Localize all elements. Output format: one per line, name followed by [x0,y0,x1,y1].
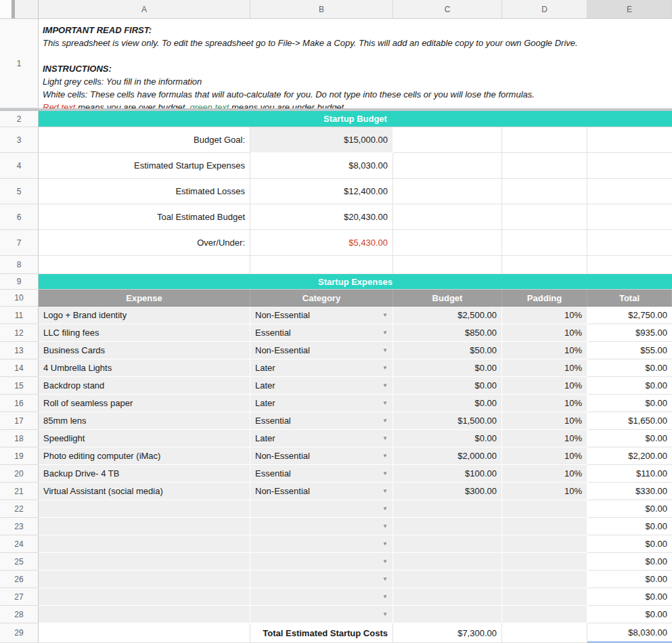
grand-total-cell[interactable]: $8,030.00 [587,623,672,643]
row-header[interactable]: 15 [0,377,39,395]
empty-cell[interactable] [502,623,587,643]
column-header-e[interactable]: E [587,0,672,19]
total-cell[interactable]: $0.00 [587,606,672,623]
category-column-header[interactable]: Category [250,290,393,307]
row-header[interactable]: 24 [0,535,39,553]
total-budget-sum-cell[interactable]: $7,300.00 [393,623,502,643]
row-header[interactable]: 29 [0,623,39,643]
row-header[interactable]: 2 [0,111,39,127]
padding-cell[interactable]: 10% [502,395,587,412]
empty-cell[interactable] [502,127,587,153]
row-header[interactable]: 28 [0,606,39,623]
budget-cell[interactable] [393,535,502,553]
padding-cell[interactable] [502,571,587,588]
row-header[interactable]: 18 [0,430,39,447]
row-header[interactable]: 13 [0,342,39,359]
budget-cell[interactable]: $300.00 [393,483,502,500]
expense-cell[interactable] [39,535,250,553]
row-header[interactable]: 1 [0,19,39,108]
row-header[interactable]: 9 [0,274,39,290]
category-cell[interactable]: Essential▼ [250,324,393,342]
dropdown-arrow-icon[interactable]: ▼ [380,576,388,582]
total-cell[interactable]: $1,650.00 [587,412,672,430]
row-header[interactable]: 11 [0,307,39,324]
padding-cell[interactable]: 10% [502,465,587,483]
dropdown-arrow-icon[interactable]: ▼ [380,488,388,494]
budget-cell[interactable]: $0.00 [393,359,502,377]
category-cell[interactable]: Later▼ [250,377,393,395]
budget-cell[interactable]: $1,500.00 [393,412,502,430]
expense-cell[interactable]: Logo + Brand identity [39,307,250,324]
expense-column-header[interactable]: Expense [39,290,250,307]
category-cell[interactable]: Non-Essential▼ [250,447,393,465]
row-header[interactable]: 21 [0,483,39,500]
row-header[interactable]: 17 [0,412,39,430]
dropdown-arrow-icon[interactable]: ▼ [380,347,388,353]
empty-cell[interactable] [587,230,672,256]
estimated-losses-value-cell[interactable]: $12,400.00 [250,179,393,204]
padding-cell[interactable]: 10% [502,359,587,377]
expense-cell[interactable] [39,518,250,535]
budget-cell[interactable]: $100.00 [393,465,502,483]
column-header-a[interactable]: A [39,0,250,19]
category-cell[interactable]: Later▼ [250,359,393,377]
startup-expenses-title-bar[interactable]: Startup Expenses [39,274,672,290]
category-cell[interactable]: ▼ [250,571,393,588]
empty-cell[interactable] [587,179,672,204]
dropdown-arrow-icon[interactable]: ▼ [380,418,388,424]
empty-cell[interactable] [393,230,502,256]
expense-cell[interactable]: Photo editing computer (iMac) [39,447,250,465]
row-header[interactable]: 23 [0,518,39,535]
total-budget-label-cell[interactable]: Toal Estimated Budget [39,204,250,230]
dropdown-arrow-icon[interactable]: ▼ [380,558,388,564]
total-cell[interactable]: $55.00 [587,342,672,359]
row-header[interactable]: 27 [0,588,39,606]
expense-cell[interactable]: Virtual Assistant (social media) [39,483,250,500]
dropdown-arrow-icon[interactable]: ▼ [380,453,388,459]
total-cell[interactable]: $0.00 [587,359,672,377]
budget-goal-value-cell[interactable]: $15,000.00 [250,127,393,153]
row-header[interactable]: 25 [0,553,39,571]
budget-cell[interactable]: $0.00 [393,377,502,395]
row-header[interactable]: 14 [0,359,39,377]
padding-cell[interactable] [502,553,587,571]
empty-cell[interactable] [393,256,502,274]
expense-cell[interactable] [39,500,250,518]
category-cell[interactable]: ▼ [250,606,393,623]
dropdown-arrow-icon[interactable]: ▼ [380,330,388,336]
expense-cell[interactable] [39,588,250,606]
budget-cell[interactable] [393,500,502,518]
dropdown-arrow-icon[interactable]: ▼ [380,506,388,512]
row-header[interactable]: 4 [0,153,39,179]
dropdown-arrow-icon[interactable]: ▼ [380,435,388,441]
padding-cell[interactable]: 10% [502,430,587,447]
expense-cell[interactable]: 85mm lens [39,412,250,430]
row-header[interactable]: 8 [0,256,39,274]
category-cell[interactable]: ▼ [250,588,393,606]
padding-cell[interactable]: 10% [502,483,587,500]
expense-cell[interactable]: Roll of seamless paper [39,395,250,412]
budget-cell[interactable]: $0.00 [393,430,502,447]
category-cell[interactable]: Non-Essential▼ [250,307,393,324]
total-cell[interactable]: $2,750.00 [587,307,672,324]
dropdown-arrow-icon[interactable]: ▼ [380,400,388,406]
empty-cell[interactable] [587,153,672,179]
instructions-cell[interactable]: IMPORTANT READ FIRST: This spreadsheet i… [39,19,672,108]
total-cell[interactable]: $0.00 [587,553,672,571]
startup-budget-title-bar[interactable]: Startup Budget [39,111,672,127]
empty-cell[interactable] [502,230,587,256]
dropdown-arrow-icon[interactable]: ▼ [380,470,388,476]
budget-cell[interactable] [393,553,502,571]
total-cell[interactable]: $0.00 [587,430,672,447]
empty-cell[interactable] [502,256,587,274]
padding-cell[interactable]: 10% [502,342,587,359]
total-cell[interactable]: $935.00 [587,324,672,342]
padding-column-header[interactable]: Padding [502,290,587,307]
row-header[interactable]: 22 [0,500,39,518]
row-header[interactable]: 20 [0,465,39,483]
category-cell[interactable]: ▼ [250,535,393,553]
empty-cell[interactable] [393,179,502,204]
row-header[interactable]: 5 [0,179,39,204]
empty-cell[interactable] [393,153,502,179]
total-cell[interactable]: $0.00 [587,535,672,553]
